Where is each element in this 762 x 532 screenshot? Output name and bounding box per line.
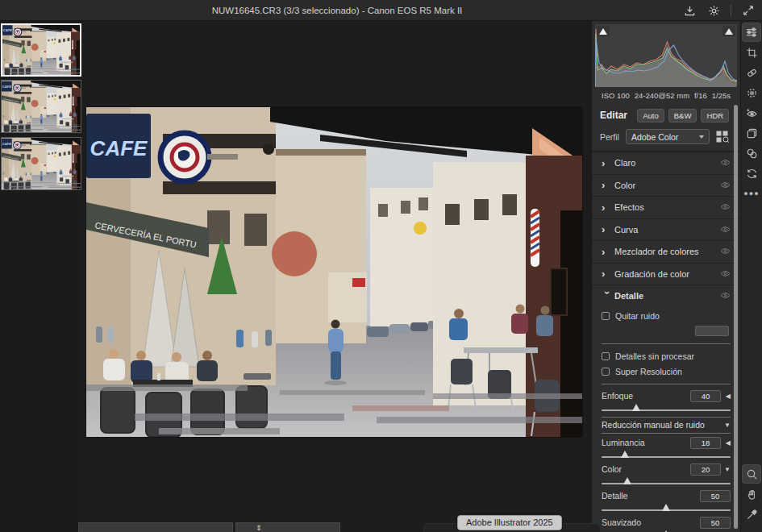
luminancia-slider: Luminancia 18 ◀ bbox=[602, 436, 731, 460]
dock-tooltip: Adobe Illustrator 2025 bbox=[457, 515, 562, 530]
exif-shutter: 1/25s bbox=[712, 91, 731, 100]
preview-canvas bbox=[83, 21, 591, 532]
more-tools-icon[interactable]: ●●● bbox=[743, 185, 760, 202]
triangle-down-icon[interactable]: ▼ bbox=[721, 422, 731, 429]
titlebar-divider bbox=[731, 5, 731, 16]
section-claro[interactable]: › Claro bbox=[592, 152, 740, 174]
checkbox-icon[interactable] bbox=[602, 352, 610, 360]
divider bbox=[602, 384, 731, 384]
eye-icon[interactable] bbox=[720, 202, 731, 212]
bw-button[interactable]: B&W bbox=[668, 109, 697, 123]
shadows-clip-triangle[interactable] bbox=[597, 26, 610, 36]
healing-icon[interactable] bbox=[743, 64, 760, 81]
histogram[interactable] bbox=[595, 24, 737, 87]
profile-browser-icon[interactable] bbox=[716, 131, 731, 143]
presets-icon[interactable] bbox=[743, 124, 760, 142]
section-detalle[interactable]: › Detalle bbox=[592, 285, 740, 307]
chevron-right-icon: › bbox=[602, 268, 614, 280]
acr-window: CAFE CERVECERÍA EL PORTU bbox=[0, 0, 762, 532]
collapse-left-icon[interactable]: ◀ bbox=[721, 393, 731, 400]
profile-label: Perfil bbox=[600, 132, 619, 142]
divider bbox=[602, 343, 731, 344]
versions-icon[interactable] bbox=[743, 144, 760, 162]
auto-button[interactable]: Auto bbox=[637, 109, 664, 123]
edit-sliders-icon[interactable] bbox=[743, 23, 760, 41]
filmstrip-thumbnail-1[interactable] bbox=[1, 23, 81, 77]
reduccion-manual-header[interactable]: Reducción manual de ruido ▼ bbox=[602, 417, 731, 434]
filmstrip bbox=[0, 21, 83, 532]
crop-icon[interactable] bbox=[743, 44, 760, 61]
bottom-bar-fragment bbox=[78, 522, 233, 532]
chevron-right-icon: › bbox=[602, 202, 614, 214]
hdr-button[interactable]: HDR bbox=[701, 109, 729, 123]
filmstrip-thumbnail-2[interactable] bbox=[1, 80, 81, 133]
fullscreen-icon[interactable] bbox=[741, 3, 756, 18]
zoom-tool-icon[interactable] bbox=[743, 465, 760, 483]
section-color[interactable]: › Color bbox=[592, 174, 740, 197]
suavizado-slider: Suavizado 50 bbox=[602, 516, 731, 532]
hand-tool-icon[interactable] bbox=[743, 485, 760, 503]
settings-gear-icon[interactable] bbox=[706, 3, 721, 18]
zoom-level-icon: ⇕ bbox=[256, 524, 262, 532]
suavizado-track[interactable] bbox=[602, 530, 731, 532]
quitar-ruido-checkbox[interactable]: Quitar ruido bbox=[602, 309, 731, 324]
detalles-sin-procesar-checkbox[interactable]: Detalles sin procesar bbox=[602, 349, 731, 364]
eye-icon[interactable] bbox=[720, 158, 731, 168]
chevron-right-icon: › bbox=[602, 157, 614, 169]
white-balance-eyedropper-icon[interactable] bbox=[743, 505, 760, 523]
masking-icon[interactable] bbox=[743, 84, 760, 102]
photo-preview[interactable] bbox=[86, 107, 582, 437]
color-track[interactable] bbox=[602, 476, 731, 487]
triangle-down-icon[interactable]: ▼ bbox=[721, 466, 731, 473]
chevron-down-icon: › bbox=[602, 291, 614, 304]
exif-aperture: f/16 bbox=[694, 91, 707, 100]
denoise-amount-field bbox=[695, 326, 729, 336]
luminancia-value-field[interactable]: 18 bbox=[690, 437, 721, 449]
sync-icon[interactable] bbox=[743, 164, 760, 182]
edit-panel-title: Editar bbox=[600, 110, 627, 121]
exif-iso: ISO 100 bbox=[602, 91, 630, 100]
color-value-field[interactable]: 20 bbox=[690, 463, 721, 476]
section-curva[interactable]: › Curva bbox=[592, 218, 740, 241]
slider-thumb[interactable] bbox=[623, 477, 631, 484]
filmstrip-thumbnail-3[interactable] bbox=[1, 137, 81, 190]
checkbox-icon[interactable] bbox=[602, 312, 610, 320]
enfoque-track[interactable] bbox=[602, 403, 731, 414]
enfoque-value-field[interactable]: 40 bbox=[690, 390, 721, 402]
slider-thumb[interactable] bbox=[632, 404, 640, 411]
bottom-bar-fragment bbox=[235, 522, 340, 532]
panel-scrollbar[interactable] bbox=[734, 105, 738, 529]
eye-icon[interactable] bbox=[720, 291, 731, 301]
chevron-down-icon bbox=[699, 135, 704, 139]
detalle-slider: Detalle 50 bbox=[602, 489, 731, 513]
detalle-value-field[interactable]: 50 bbox=[700, 490, 731, 502]
chevron-right-icon: › bbox=[602, 179, 614, 191]
highlights-clip-triangle[interactable] bbox=[722, 26, 735, 36]
section-gradacion[interactable]: › Gradación de color bbox=[592, 263, 740, 285]
profile-select[interactable]: Adobe Color bbox=[626, 129, 710, 144]
tool-column: ●●● bbox=[740, 21, 762, 532]
suavizado-value-field[interactable]: 50 bbox=[700, 517, 731, 529]
collapse-left-icon[interactable]: ◀ bbox=[721, 439, 731, 447]
color-slider: Color 20 ▼ bbox=[602, 463, 731, 487]
red-eye-icon[interactable] bbox=[743, 104, 760, 122]
detalle-track[interactable] bbox=[602, 503, 731, 513]
enfoque-slider: Enfoque 40 ◀ bbox=[602, 389, 731, 414]
luminancia-track[interactable] bbox=[602, 450, 731, 460]
section-efectos[interactable]: › Efectos bbox=[592, 196, 740, 218]
edit-panel: ISO 100 24-240@52 mm f/16 1/25s Editar A… bbox=[591, 21, 740, 532]
slider-thumb[interactable] bbox=[662, 504, 670, 511]
eye-icon[interactable] bbox=[720, 181, 731, 190]
eye-icon[interactable] bbox=[720, 269, 731, 279]
exif-lens: 24-240@52 mm bbox=[635, 91, 689, 100]
eye-icon[interactable] bbox=[720, 225, 731, 235]
checkbox-icon[interactable] bbox=[602, 368, 610, 376]
exif-info: ISO 100 24-240@52 mm f/16 1/25s bbox=[592, 87, 740, 103]
section-mezclador[interactable]: › Mezclador de colores bbox=[592, 240, 740, 263]
window-title: NUW16645.CR3 (3/3 seleccionado) - Canon … bbox=[83, 0, 591, 21]
eye-icon[interactable] bbox=[720, 247, 731, 256]
slider-thumb[interactable] bbox=[621, 451, 629, 458]
chevron-right-icon: › bbox=[602, 246, 614, 258]
save-download-icon[interactable] bbox=[682, 3, 697, 18]
super-resolucion-checkbox[interactable]: Super Resolución bbox=[602, 364, 731, 380]
